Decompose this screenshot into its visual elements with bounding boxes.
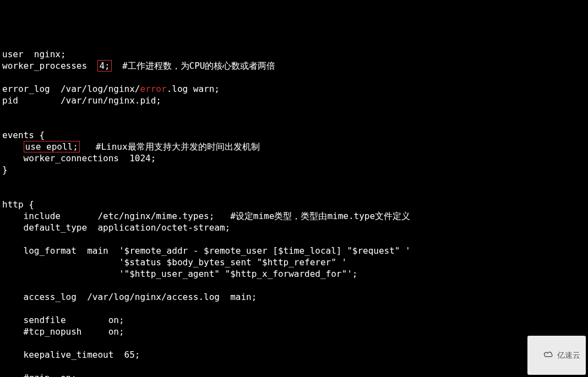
- cfg-worker-processes-comment: #工作进程数，为CPU的核心数或者两倍: [112, 61, 276, 71]
- cfg-error-log-pre: error_log /var/log/nginx/: [2, 84, 140, 94]
- cfg-http-open: http {: [2, 199, 34, 210]
- cfg-user: user nginx;: [2, 49, 66, 59]
- terminal-output: user nginx; worker_processes 4; #工作进程数，为…: [2, 48, 586, 377]
- cfg-keepalive: keepalive_timeout 65;: [2, 349, 140, 360]
- cloud-icon: [533, 338, 554, 373]
- watermark-label: 亿速云: [557, 349, 580, 361]
- cfg-log-format-1: log_format main '$remote_addr - $remote_…: [2, 245, 411, 256]
- cfg-log-format-2: '$status $body_bytes_sent "$http_referer…: [2, 257, 347, 267]
- cfg-worker-processes-pre: worker_processes: [2, 61, 97, 71]
- watermark-badge: 亿速云: [527, 336, 586, 375]
- error-keyword: error: [140, 84, 166, 94]
- cfg-gzip: #gzip on;: [2, 373, 77, 377]
- cfg-include-mime: include /etc/nginx/mime.types; #设定mime类型…: [2, 211, 410, 221]
- cfg-worker-connections: worker_connections 1024;: [2, 153, 156, 163]
- cfg-events-open: events {: [2, 130, 45, 140]
- cfg-epoll-comment: #Linux最常用支持大并发的时间出发机制: [80, 141, 260, 152]
- cfg-log-format-3: '"$http_user_agent" "$http_x_forwarded_f…: [2, 269, 357, 279]
- cfg-tcp-nopush: #tcp_nopush on;: [2, 326, 124, 337]
- cfg-access-log: access_log /var/log/nginx/access.log mai…: [2, 292, 257, 302]
- cfg-error-log-post: .log warn;: [167, 84, 220, 94]
- worker-count-highlight: 4;: [97, 60, 111, 72]
- cfg-default-type: default_type application/octet-stream;: [2, 222, 230, 233]
- cfg-events-close: }: [2, 165, 8, 175]
- indent: [2, 141, 24, 152]
- cfg-pid: pid /var/run/nginx.pid;: [2, 95, 161, 106]
- use-epoll-highlight: use epoll;: [24, 141, 80, 152]
- cfg-sendfile: sendfile on;: [2, 315, 124, 325]
